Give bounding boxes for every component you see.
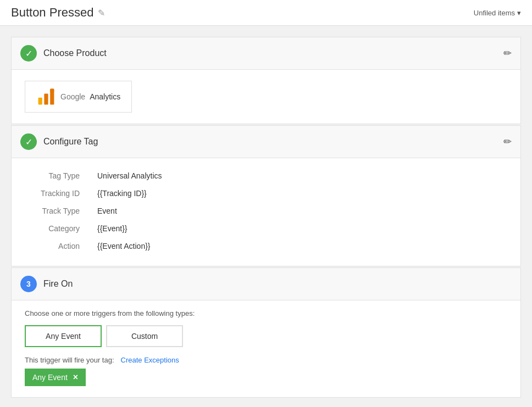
unfiled-label: Unfiled items (474, 9, 515, 17)
config-field-label: Tracking ID (25, 185, 91, 202)
chevron-down-icon: ▾ (517, 9, 521, 17)
configure-tag-section: ✓ Configure Tag ✏ Tag TypeUniversal Anal… (11, 125, 521, 266)
choose-product-section: ✓ Choose Product ✏ Google Analytics (11, 37, 521, 124)
check-circle-1: ✓ (20, 45, 37, 62)
product-card: Google Analytics (25, 81, 132, 113)
fire-on-description: Choose one or more triggers from the fol… (25, 309, 507, 317)
configure-tag-title: Configure Tag (43, 137, 98, 147)
table-row: Category{{Event}} (25, 220, 507, 237)
analytics-text: Analytics (90, 92, 120, 101)
fire-label: This trigger will fire your tag: (25, 356, 114, 364)
configure-tag-edit-button[interactable]: ✏ (503, 136, 512, 148)
page-title: Button Pressed ✎ (11, 5, 105, 20)
config-field-value: {{Tracking ID}} (91, 185, 507, 202)
custom-trigger-button[interactable]: Custom (106, 325, 183, 347)
title-text: Button Pressed (11, 5, 93, 20)
trigger-tag-close-icon[interactable]: × (73, 373, 78, 382)
any-event-trigger-button[interactable]: Any Event (25, 325, 102, 347)
configure-tag-header: ✓ Configure Tag ✏ (12, 126, 520, 158)
config-field-value: Event (91, 202, 507, 220)
table-row: Track TypeEvent (25, 202, 507, 220)
create-exceptions-link[interactable]: Create Exceptions (121, 356, 179, 364)
config-field-label: Tag Type (25, 167, 91, 185)
trigger-fire-row: This trigger will fire your tag: Create … (25, 356, 507, 364)
config-field-label: Category (25, 220, 91, 237)
config-field-value: Universal Analytics (91, 167, 507, 185)
config-field-label: Track Type (25, 202, 91, 220)
step-number: 3 (26, 280, 31, 288)
choose-product-header: ✓ Choose Product ✏ (12, 37, 520, 70)
trigger-tag-label: Any Event (32, 373, 68, 382)
unfiled-items[interactable]: Unfiled items ▾ (474, 9, 521, 17)
google-text: Google (60, 92, 85, 101)
config-table: Tag TypeUniversal AnalyticsTracking ID{{… (25, 167, 507, 255)
fire-on-section: 3 Fire On Choose one or more triggers fr… (11, 267, 521, 398)
config-field-value: {{Event}} (91, 220, 507, 237)
table-row: Tag TypeUniversal Analytics (25, 167, 507, 185)
ga-logo-icon (36, 87, 56, 107)
check-circle-2: ✓ (20, 133, 37, 150)
svg-rect-1 (38, 98, 42, 105)
choose-product-body: Google Analytics (12, 70, 520, 124)
table-row: Action{{Event Action}} (25, 237, 507, 255)
configure-tag-body: Tag TypeUniversal AnalyticsTracking ID{{… (12, 158, 520, 266)
choose-product-title: Choose Product (43, 48, 107, 58)
svg-point-4 (50, 89, 54, 93)
trigger-buttons: Any Event Custom (25, 325, 507, 347)
fire-on-header: 3 Fire On (12, 268, 520, 300)
svg-rect-2 (44, 94, 48, 105)
config-field-value: {{Event Action}} (91, 237, 507, 255)
selected-trigger-tag: Any Event × (25, 369, 86, 386)
choose-product-edit-button[interactable]: ✏ (503, 47, 512, 59)
fire-on-title: Fire On (43, 279, 73, 289)
title-edit-icon[interactable]: ✎ (98, 8, 105, 18)
config-field-label: Action (25, 237, 91, 255)
number-circle-3: 3 (20, 276, 37, 292)
fire-on-body: Choose one or more triggers from the fol… (12, 300, 520, 397)
top-bar: Button Pressed ✎ Unfiled items ▾ (0, 0, 532, 26)
main-content: ✓ Choose Product ✏ Google Analytics ✓ (0, 26, 532, 407)
table-row: Tracking ID{{Tracking ID}} (25, 185, 507, 202)
